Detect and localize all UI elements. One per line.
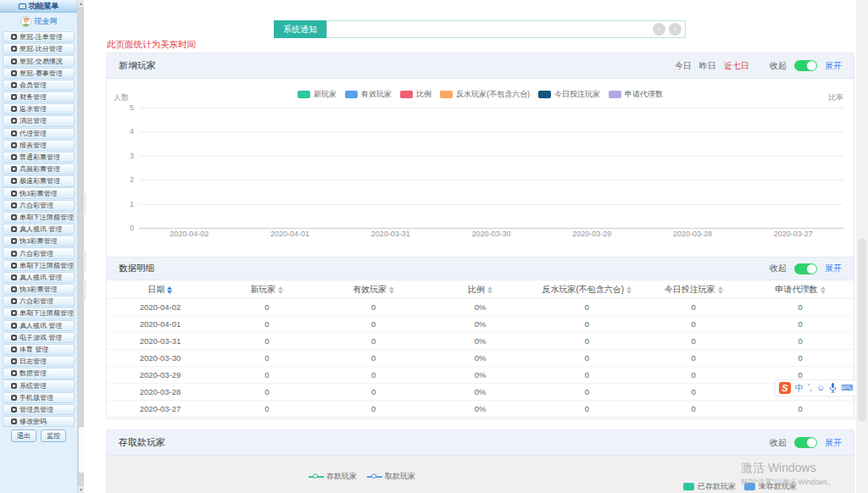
sidebar-item[interactable]: 真人视讯 管理 [3,224,75,235]
legend-item[interactable]: 新玩家 [298,89,337,100]
sidebar-item[interactable]: 六合彩管理 [3,247,75,258]
expand-toggle[interactable] [794,60,817,71]
sidebar-item-label: 快3彩票管理 [19,189,57,198]
sort-icon[interactable] [821,286,826,294]
sidebar-item[interactable]: 系统管理 [3,379,75,391]
menu-item-icon [11,191,17,197]
sidebar-scrollbar[interactable]: ▲ ▼ [78,0,84,493]
sort-icon[interactable] [167,286,172,294]
legend-item[interactable]: 申请代理数 [609,89,663,100]
table-header-cell[interactable]: 比例 [427,284,534,296]
legend-label: 存款玩家 [326,471,357,482]
collapse-label[interactable]: 收起 [770,60,787,72]
sidebar-item[interactable]: 真人视讯 管理 [3,272,75,283]
sidebar-item[interactable]: 单期下注限额管理 [3,260,75,271]
table-header-cell[interactable]: 有效玩家 [320,284,427,296]
column-label: 今日投注玩家 [665,284,715,296]
expand-toggle[interactable] [794,437,817,448]
table-header-cell[interactable]: 日期 [107,284,214,296]
filter-last7days[interactable]: 近七日 [724,60,749,72]
gridline [139,228,843,229]
legend-item[interactable]: 已存款玩家 [683,481,736,492]
collapse-label[interactable]: 收起 [770,437,787,449]
sidebar-item[interactable]: 单期下注限额管理 [3,212,75,223]
sidebar-item[interactable]: 数据管理 [3,368,75,379]
sidebar-item[interactable]: 报表管理 [3,140,75,151]
expand-label[interactable]: 展开 [825,437,842,449]
sidebar-item[interactable]: 电子游戏 管理 [3,332,75,343]
monitor-button[interactable]: 监控 [41,429,66,442]
scroll-up-icon[interactable]: ▲ [78,0,84,7]
expand-label[interactable]: 展开 [825,60,842,72]
filter-today[interactable]: 今日 [675,60,692,72]
sidebar-item[interactable]: 管理员管理 [3,404,75,415]
sidebar-item[interactable]: 皇冠-比分管理 [3,43,75,54]
menu-item-icon [11,335,17,341]
collapse-label[interactable]: 收起 [770,263,787,274]
table-header-cell[interactable]: 今日投注玩家 [640,284,747,296]
punctuation-icon[interactable]: ’, [808,381,812,395]
sidebar-item[interactable]: 修改密码 [3,416,75,427]
sidebar-item[interactable]: 快3彩票管理 [3,187,75,198]
notice-next-icon[interactable]: › [669,23,682,36]
menu-item-icon [11,263,17,269]
legend-item[interactable]: 反水玩家(不包含六合) [440,89,530,100]
legend-item[interactable]: 存款玩家 [309,471,357,482]
expand-label[interactable]: 展开 [825,263,842,274]
legend-item[interactable]: 取款玩家 [367,471,415,482]
sidebar-item[interactable]: 皇冠-注单管理 [3,31,75,42]
sidebar-item-label: 手机版管理 [19,393,53,402]
sort-icon[interactable] [718,286,723,294]
user-row[interactable]: 现金网 [0,13,77,30]
notice-prev-icon[interactable]: ‹ [653,23,665,36]
sidebar-item[interactable]: 六合彩管理 [3,200,75,211]
sidebar-item[interactable]: 普通彩票管理 [3,152,75,163]
microphone-icon[interactable] [829,383,837,393]
legend-item[interactable]: 今日投注玩家 [538,89,600,100]
table-header-cell[interactable]: 反水玩家(不包含六合) [533,284,640,296]
sidebar-item[interactable]: 日志管理 [3,356,75,367]
menu-item-icon [11,130,17,136]
table-cell: 0 [533,370,640,379]
sidebar-item[interactable]: 皇冠-交易情况 [3,55,75,66]
sidebar-item[interactable]: 财务管理 [3,91,75,102]
legend-item[interactable]: 有效玩家 [345,89,392,100]
table-cell: 2020-03-30 [107,353,214,363]
sidebar-item[interactable]: 代理管理 [3,128,75,139]
sidebar-item[interactable]: 皇冠-赛事管理 [3,68,75,79]
sort-icon[interactable] [278,286,283,294]
sidebar-item[interactable]: 六合彩管理 [3,296,75,307]
sidebar-item[interactable]: 会员管理 [3,80,75,91]
sidebar-item[interactable]: 返水管理 [3,103,75,114]
logout-button[interactable]: 退出 [11,429,36,442]
expand-toggle[interactable] [794,263,817,274]
table-cell: 0 [214,353,320,363]
system-notice-button[interactable]: 系统通知 [274,20,326,38]
sidebar-item[interactable]: 快3彩票管理 [3,284,75,295]
legend-item[interactable]: 比例 [400,89,431,100]
sidebar-item[interactable]: 快3彩票管理 [3,235,75,246]
emoji-icon[interactable]: ☺ [816,381,825,395]
sidebar-item[interactable]: 高频彩票管理 [3,163,75,174]
sort-icon[interactable] [389,286,394,294]
scrollbar-thumb[interactable] [79,427,84,473]
keyboard-icon[interactable]: ⌨ [841,381,853,395]
sidebar-item[interactable]: 消息管理 [3,115,75,126]
filter-yesterday[interactable]: 昨日 [699,60,716,72]
scroll-down-icon[interactable]: ▼ [78,486,84,493]
sidebar-item[interactable]: 单期下注限额管理 [3,307,75,319]
sidebar-item[interactable]: 真人视讯 管理 [3,320,75,331]
sidebar: 功能菜单 现金网 皇冠-注单管理皇冠-比分管理皇冠-交易情况皇冠-赛事管理会员管… [0,0,78,493]
sort-icon[interactable] [626,286,632,294]
sidebar-item[interactable]: 体育 管理 [3,344,75,355]
table-header-cell[interactable]: 申请代理数 [747,284,854,296]
sidebar-item[interactable]: 手机版管理 [3,392,75,403]
table-header-cell[interactable]: 新玩家 [214,284,320,296]
menu-item-icon [11,142,17,148]
sort-icon[interactable] [487,286,492,294]
sogou-logo-icon[interactable]: S [779,382,791,394]
sidebar-item[interactable]: 极速彩票管理 [3,175,75,186]
page-scrollbar-thumb[interactable] [858,239,866,421]
chinese-mode-icon[interactable]: 中 [795,381,804,395]
table-cell: 2020-03-29 [107,370,214,379]
